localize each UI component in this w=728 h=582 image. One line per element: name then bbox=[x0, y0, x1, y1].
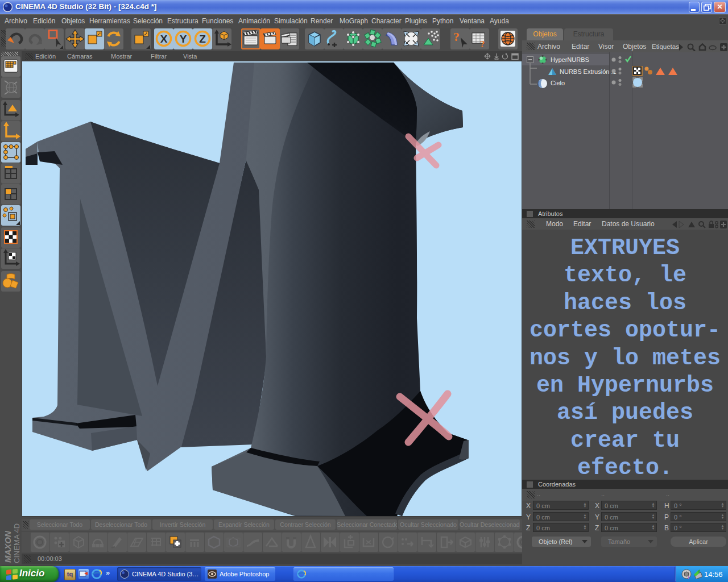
svg-text:X: X bbox=[160, 33, 168, 45]
svg-text:?: ? bbox=[453, 30, 460, 44]
svg-text:Z: Z bbox=[199, 33, 206, 45]
svg-text:MAXON: MAXON bbox=[3, 530, 13, 563]
svg-text:?: ? bbox=[480, 39, 485, 49]
svg-text:Y: Y bbox=[180, 33, 187, 45]
svg-text:CINEMA 4D: CINEMA 4D bbox=[13, 523, 21, 563]
